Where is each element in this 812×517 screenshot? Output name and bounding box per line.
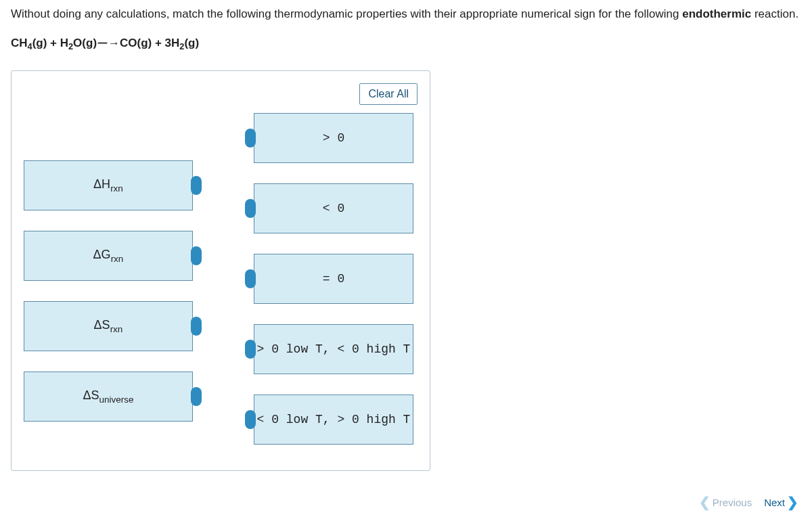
connector-socket[interactable]	[245, 269, 256, 288]
target-label: > 0 low T, < 0 high T	[257, 342, 411, 356]
connector-socket[interactable]	[245, 410, 256, 429]
connector-handle[interactable]	[191, 176, 202, 195]
question-prefix: Without doing any calculations, match th…	[11, 7, 682, 20]
connector-handle[interactable]	[191, 317, 202, 336]
target-greater-zero[interactable]: > 0	[254, 113, 413, 163]
target-label: < 0 low T, > 0 high T	[257, 413, 411, 426]
connector-socket[interactable]	[245, 340, 256, 359]
connector-handle[interactable]	[191, 246, 202, 265]
question-bold: endothermic	[682, 7, 751, 20]
target-label: = 0	[323, 272, 344, 286]
draggable-delta-h-rxn[interactable]: ΔHrxn	[24, 160, 193, 210]
target-equal-zero[interactable]: = 0	[254, 254, 413, 304]
draggable-column: ΔHrxn ΔGrxn ΔSrxn ΔSuniverse	[24, 113, 193, 422]
question-suffix: reaction.	[751, 7, 798, 20]
draggable-label: ΔSrxn	[94, 318, 123, 334]
target-lt-low-gt-high[interactable]: < 0 low T, > 0 high T	[254, 395, 413, 445]
draggable-delta-g-rxn[interactable]: ΔGrxn	[24, 231, 193, 281]
connector-socket[interactable]	[245, 129, 256, 148]
matching-activity: Clear All ΔHrxn ΔGrxn ΔSrxn ΔSuniverse	[11, 70, 430, 471]
target-label: < 0	[323, 202, 344, 215]
target-less-zero[interactable]: < 0	[254, 183, 413, 233]
target-column: > 0 < 0 = 0 > 0 low T, < 0 high T < 0 lo…	[254, 113, 413, 445]
connector-handle[interactable]	[191, 387, 202, 406]
target-gt-low-lt-high[interactable]: > 0 low T, < 0 high T	[254, 324, 413, 374]
clear-all-button[interactable]: Clear All	[359, 83, 418, 105]
question-text: Without doing any calculations, match th…	[11, 5, 801, 23]
draggable-delta-s-rxn[interactable]: ΔSrxn	[24, 301, 193, 351]
connector-socket[interactable]	[245, 199, 256, 218]
reaction-equation: CH4(g) + H2O(g)⸺→CO(g) + 3H2(g)	[11, 37, 801, 51]
target-label: > 0	[323, 131, 344, 145]
draggable-label: ΔSuniverse	[83, 388, 133, 405]
draggable-label: ΔGrxn	[93, 248, 124, 264]
draggable-label: ΔHrxn	[93, 177, 123, 194]
draggable-delta-s-universe[interactable]: ΔSuniverse	[24, 372, 193, 422]
